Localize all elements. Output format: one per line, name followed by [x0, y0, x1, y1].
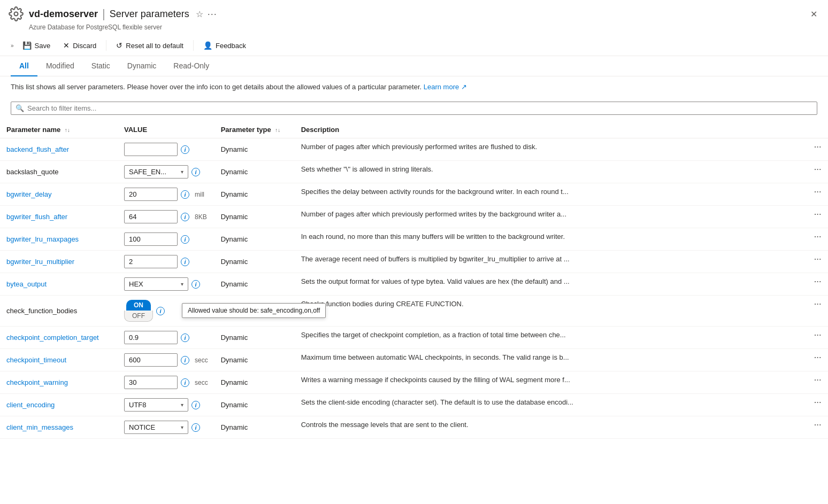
info-icon[interactable]: i — [191, 280, 200, 289]
unit-label: mill — [195, 191, 204, 198]
param-name-cell: client_encoding — [0, 394, 118, 416]
value-cell: i — [118, 251, 214, 273]
param-name-link[interactable]: client_encoding — [6, 401, 55, 409]
value-cell: UTF8▾i — [118, 394, 214, 416]
value-input[interactable] — [124, 143, 178, 156]
feedback-button[interactable]: 👤 Feedback — [198, 38, 251, 52]
toggle-on[interactable]: ON — [126, 300, 151, 311]
param-name-link[interactable]: client_min_messages — [6, 423, 73, 431]
feedback-icon: 👤 — [203, 41, 212, 50]
description-text: Number of pages after which previously p… — [301, 210, 566, 218]
value-input[interactable] — [124, 188, 178, 201]
row-more-actions[interactable]: ··· — [814, 277, 822, 285]
info-icon[interactable]: i — [181, 258, 189, 266]
value-select[interactable]: SAFE_EN...▾ — [124, 165, 188, 179]
info-icon[interactable]: i — [181, 190, 189, 199]
row-more-actions[interactable]: ··· — [814, 188, 822, 196]
value-input[interactable] — [124, 353, 178, 367]
info-icon[interactable]: i — [181, 235, 189, 244]
discard-button[interactable]: ✕ Discard — [58, 38, 102, 52]
param-name-link[interactable]: checkpoint_warning — [6, 378, 68, 386]
param-name-cell: bgwriter_flush_after — [0, 206, 118, 228]
row-more-actions[interactable]: ··· — [814, 232, 822, 241]
title-separator: | — [102, 7, 105, 21]
reset-icon: ↺ — [116, 41, 122, 50]
row-more-actions[interactable]: ··· — [814, 210, 822, 218]
tab-all[interactable]: All — [11, 56, 37, 76]
info-icon[interactable]: i — [191, 168, 200, 176]
row-more-actions[interactable]: ··· — [814, 143, 822, 151]
info-bar: This list shows all server parameters. P… — [0, 76, 828, 97]
table-row: checkpoint_completion_targetiDynamicSpec… — [0, 327, 828, 349]
learn-more-link[interactable]: Learn more ↗ — [424, 83, 467, 91]
search-input[interactable] — [27, 104, 812, 112]
value-input[interactable] — [124, 210, 178, 223]
info-icon[interactable]: i — [181, 334, 189, 342]
info-icon[interactable]: i — [191, 401, 200, 409]
param-name-link[interactable]: backend_flush_after — [6, 145, 69, 153]
row-more-actions[interactable]: ··· — [814, 255, 822, 263]
parameters-table-container: Allowed value should be: safe_encoding,o… — [0, 121, 828, 439]
table-row: bytea_outputHEX▾iDynamicSets the output … — [0, 273, 828, 296]
param-name-link[interactable]: bgwriter_flush_after — [6, 213, 67, 221]
param-type-cell: Dynamic — [214, 251, 295, 273]
expand-icon[interactable]: » — [11, 43, 14, 49]
gear-icon — [9, 6, 24, 21]
param-name-link[interactable]: bgwriter_lru_multiplier — [6, 258, 74, 266]
value-input[interactable] — [124, 331, 178, 344]
row-more-actions[interactable]: ··· — [814, 300, 822, 308]
param-name-cell: checkpoint_timeout — [0, 349, 118, 371]
description-text: Number of pages after which previously p… — [301, 143, 537, 151]
table-row: bgwriter_delayimillDynamicSpecifies the … — [0, 183, 828, 206]
value-cell: i — [118, 228, 214, 251]
row-more-actions[interactable]: ··· — [814, 376, 822, 384]
favorite-icon[interactable]: ☆ — [196, 9, 203, 19]
row-more-actions[interactable]: ··· — [814, 421, 822, 429]
value-select[interactable]: NOTICE▾ — [124, 421, 188, 434]
search-input-wrap: 🔍 — [11, 102, 817, 115]
param-name-link[interactable]: checkpoint_completion_target — [6, 334, 99, 342]
param-name-link[interactable]: checkpoint_timeout — [6, 356, 66, 364]
info-icon[interactable]: i — [181, 213, 189, 221]
row-more-actions[interactable]: ··· — [814, 331, 822, 339]
reset-button[interactable]: ↺ Reset all to default — [111, 38, 189, 52]
save-button[interactable]: 💾 Save — [17, 38, 56, 52]
chevron-down-icon: ▾ — [181, 169, 183, 175]
value-select[interactable]: HEX▾ — [124, 277, 188, 291]
description-cell: Specifies the delay between activity rou… — [295, 183, 828, 200]
value-select[interactable]: UTF8▾ — [124, 398, 188, 412]
discard-icon: ✕ — [63, 41, 70, 50]
toggle-off[interactable]: OFF — [124, 311, 153, 322]
value-input[interactable] — [124, 232, 178, 246]
chevron-down-icon: ▾ — [181, 424, 183, 430]
param-name-link[interactable]: bytea_output — [6, 280, 47, 288]
description-cell: Checks function bodies during CREATE FUN… — [295, 296, 828, 312]
info-icon[interactable]: i — [191, 423, 200, 432]
info-icon[interactable]: i — [181, 145, 189, 154]
param-name-link[interactable]: bgwriter_lru_maxpages — [6, 235, 79, 243]
info-icon[interactable]: i — [156, 307, 165, 315]
tab-static[interactable]: Static — [83, 56, 119, 76]
param-name-cell: client_min_messages — [0, 416, 118, 439]
more-options-icon[interactable]: ··· — [208, 9, 217, 20]
row-more-actions[interactable]: ··· — [814, 353, 822, 361]
info-icon[interactable]: i — [181, 356, 189, 365]
tab-dynamic[interactable]: Dynamic — [119, 56, 165, 76]
param-name-link[interactable]: bgwriter_delay — [6, 190, 52, 198]
sort-param-name-icon[interactable]: ↑↓ — [65, 127, 70, 133]
info-icon[interactable]: i — [181, 378, 189, 387]
value-input[interactable] — [124, 255, 178, 268]
description-text: Sets the output format for values of typ… — [301, 277, 570, 285]
value-cell: i — [118, 327, 214, 349]
subtitle: Azure Database for PostgreSQL flexible s… — [0, 24, 828, 35]
tab-readonly[interactable]: Read-Only — [165, 56, 218, 76]
row-more-actions[interactable]: ··· — [814, 165, 822, 173]
tab-modified[interactable]: Modified — [37, 56, 83, 76]
row-more-actions[interactable]: ··· — [814, 398, 822, 406]
close-button[interactable]: ✕ — [810, 9, 817, 19]
description-text: Specifies the target of checkpoint compl… — [301, 331, 566, 339]
param-type-cell: Dynamic — [214, 394, 295, 416]
sort-param-type-icon[interactable]: ↑↓ — [275, 127, 280, 133]
server-name: vd-demoserver — [29, 9, 98, 20]
value-input[interactable] — [124, 376, 178, 389]
